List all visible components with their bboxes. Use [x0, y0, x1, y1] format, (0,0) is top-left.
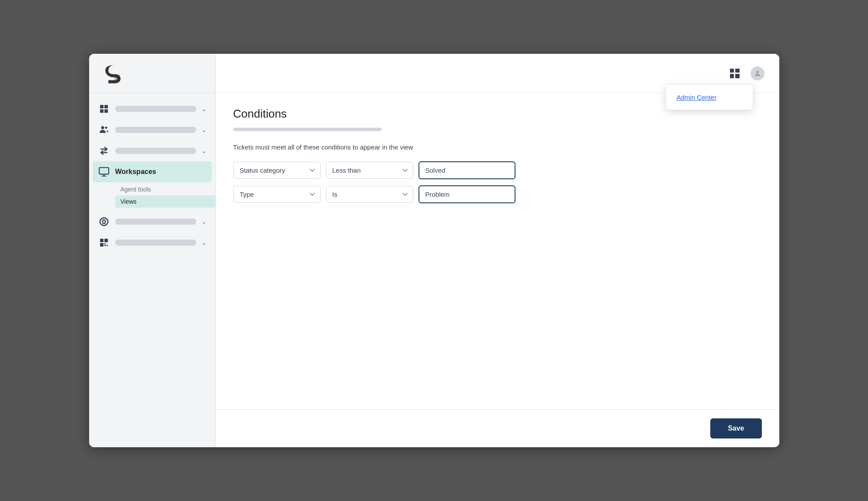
sidebar-item-apps[interactable]: ⌄: [89, 232, 215, 253]
condition-2-field-select[interactable]: Status category Type Priority Assignee: [233, 186, 321, 203]
sidebar-logo: [89, 54, 215, 93]
sidebar-item-routing-chevron: ⌄: [201, 218, 207, 225]
sidebar-item-arrows-chevron: ⌄: [201, 147, 207, 154]
condition-1-field-select[interactable]: Status category Type Priority Assignee: [233, 162, 321, 179]
sidebar-item-views[interactable]: Views: [115, 195, 215, 208]
sidebar-subnav: Agent tools Views: [89, 182, 215, 208]
app-window: ⌄ ⌄: [89, 54, 779, 447]
condition-2-value-input[interactable]: [418, 185, 515, 203]
conditions-description: Tickets must meet all of these condition…: [233, 143, 762, 151]
sidebar-item-people[interactable]: ⌄: [89, 119, 215, 140]
svg-rect-1: [104, 105, 108, 108]
sidebar-item-workspaces-label: Workspaces: [115, 168, 156, 176]
svg-rect-9: [100, 243, 104, 247]
sidebar-item-people-chevron: ⌄: [201, 126, 207, 133]
svg-rect-2: [100, 109, 104, 113]
zendesk-logo-icon: [103, 62, 126, 85]
apps-grid-button[interactable]: [727, 66, 743, 81]
user-account-button[interactable]: [750, 66, 765, 81]
svg-rect-3: [104, 109, 108, 113]
grid-icon-cell-3: [730, 74, 734, 78]
grid-icon-cell-4: [735, 74, 740, 78]
main-content: Admin Center Conditions Tickets must mee…: [216, 54, 779, 447]
sidebar-item-buildings-chevron: ⌄: [201, 105, 207, 112]
header: Admin Center: [216, 54, 779, 93]
sidebar-item-arrows[interactable]: ⌄: [89, 140, 215, 161]
svg-point-5: [105, 127, 107, 129]
svg-rect-0: [100, 105, 104, 108]
svg-point-4: [101, 126, 104, 129]
admin-center-menu-item[interactable]: Admin Center: [666, 88, 753, 106]
buildings-icon: [98, 103, 110, 115]
progress-bar: [233, 128, 382, 131]
condition-1-operator-select[interactable]: Is Is not Less than Greater than: [326, 162, 413, 179]
save-button[interactable]: Save: [710, 418, 761, 438]
svg-rect-10: [104, 245, 106, 246]
user-icon: [750, 66, 764, 80]
grid-icon: [730, 69, 740, 78]
page-content: Conditions Tickets must meet all of thes…: [216, 93, 779, 409]
people-icon: [98, 124, 110, 136]
dropdown-menu: Admin Center: [666, 84, 753, 110]
sidebar-item-arrows-label-placeholder: [115, 148, 196, 154]
sidebar-item-people-label-placeholder: [115, 127, 196, 133]
sidebar: ⌄ ⌄: [89, 54, 216, 447]
svg-rect-8: [104, 239, 108, 242]
sidebar-item-routing-label-placeholder: [115, 219, 196, 225]
condition-2-operator-select[interactable]: Is Is not Less than Greater than: [326, 186, 413, 203]
svg-point-13: [756, 71, 759, 73]
grid-icon-cell-2: [735, 69, 740, 73]
sidebar-item-workspaces[interactable]: Workspaces: [93, 161, 212, 182]
subnav-section-label: Agent tools: [115, 184, 215, 195]
page-footer: Save: [216, 409, 779, 447]
svg-rect-6: [99, 167, 109, 174]
routing-icon: [98, 216, 110, 228]
condition-row-1: Status category Type Priority Assignee I…: [233, 161, 762, 179]
sidebar-item-buildings-label-placeholder: [115, 106, 196, 112]
svg-rect-7: [100, 239, 104, 242]
sidebar-item-apps-chevron: ⌄: [201, 239, 207, 246]
condition-row-2: Status category Type Priority Assignee I…: [233, 185, 762, 203]
sidebar-item-routing[interactable]: ⌄: [89, 211, 215, 232]
svg-rect-12: [104, 243, 106, 244]
grid-icon-cell-1: [730, 69, 734, 73]
condition-1-value-input[interactable]: [418, 161, 515, 179]
sidebar-item-buildings[interactable]: ⌄: [89, 98, 215, 119]
svg-rect-11: [107, 245, 108, 246]
sidebar-nav: ⌄ ⌄: [89, 93, 215, 447]
sidebar-item-apps-label-placeholder: [115, 240, 196, 246]
apps-icon: [98, 237, 110, 249]
header-icons: [727, 66, 765, 81]
arrows-icon: [98, 145, 110, 157]
monitor-icon: [98, 166, 110, 178]
